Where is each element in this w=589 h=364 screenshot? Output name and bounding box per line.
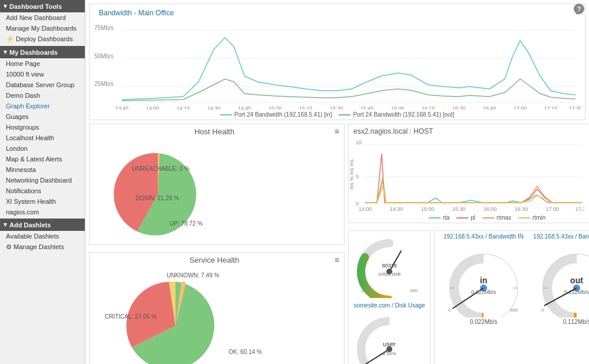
bw-in-value: 0.022Mb/s: [439, 319, 528, 325]
manage-dashlets-link[interactable]: ⚙ Manage Dashlets: [0, 241, 85, 253]
svg-text:14:15: 14:15: [177, 105, 190, 110]
esx-chart-wrapper: ms % ms ms 10 5 0 14:00: [349, 136, 589, 213]
legend-rtmin-line: [518, 217, 530, 219]
legend-pl: pl: [456, 214, 475, 221]
bandwidth-legend: Port 24 Bandwidth (192.168.5.41) [in] Po…: [90, 110, 585, 120]
bandwidth-panel: Bandwidth - Main Office ≡ 75Mb/s 50Mb/s …: [89, 4, 585, 120]
localhost-health-link[interactable]: Localhost Health: [0, 133, 85, 143]
svg-text:0: 0: [541, 307, 544, 313]
svg-text:2.54%: 2.54%: [383, 351, 396, 356]
service-health-content: UNKNOWN: 7.49 % CRITICAL: 27.05 % WARNIN…: [90, 264, 344, 364]
legend-rta-line: [429, 217, 441, 219]
manage-my-dashboards-link[interactable]: Manage My Dashboards: [0, 23, 85, 34]
svg-text:UNREACHABLE: 0 %: UNREACHABLE: 0 %: [132, 166, 190, 172]
svg-text:OK: 60.14 %: OK: 60.14 %: [229, 349, 262, 355]
gauges-row: 80318 106621MB 0 880 somesite.com / Disk…: [348, 230, 589, 364]
svg-text:15:00: 15:00: [421, 206, 435, 212]
legend-rta: rta: [429, 214, 450, 221]
svg-text:UP: 78.72 %: UP: 78.72 %: [170, 220, 203, 227]
dashboard-tools-section: Add New Dashboard Manage My Dashboards ⚡…: [0, 12, 85, 45]
add-dashlets-header[interactable]: ▾ Add Dashlets: [0, 219, 85, 231]
svg-text:CRITICAL: 27.05 %: CRITICAL: 27.05 %: [105, 313, 157, 320]
svg-text:17:15: 17:15: [544, 105, 558, 110]
minnesota-link[interactable]: Minnesota: [0, 164, 85, 175]
home-page-link[interactable]: Home Page: [0, 58, 85, 69]
legend-rtmax: rtmax: [482, 214, 511, 221]
london-link[interactable]: London: [0, 143, 85, 154]
svg-text:DOWN: 21.28 %: DOWN: 21.28 %: [135, 195, 179, 201]
add-dashlets-section: Available Dashlets ⚙ Manage Dashlets: [0, 231, 85, 253]
notifications-link[interactable]: Notifications: [0, 186, 85, 196]
svg-text:16:30: 16:30: [515, 206, 528, 212]
svg-text:75Mb/s: 75Mb/s: [94, 25, 114, 31]
svg-text:0.112Mb/s: 0.112Mb/s: [564, 289, 589, 295]
lower-grid: Host Health ≡: [89, 124, 585, 364]
add-new-dashboard-link[interactable]: Add New Dashboard: [0, 12, 85, 23]
networking-link[interactable]: Networking Dashboard: [0, 175, 85, 186]
svg-text:80318: 80318: [382, 263, 396, 269]
sidebar: ▾ Dashboard Tools Add New Dashboard Mana…: [0, 0, 85, 364]
svg-text:14:45: 14:45: [238, 105, 252, 110]
database-server-link[interactable]: Database Server Group: [0, 80, 85, 90]
bw-in-title: 192.168.5.43xx / Bandwidth IN: [439, 233, 528, 240]
host-health-menu[interactable]: ≡: [335, 127, 339, 136]
bw-out-value: 0.112Mb/s: [532, 319, 589, 325]
svg-text:15:15: 15:15: [299, 105, 313, 110]
dashboard-tools-header[interactable]: ▾ Dashboard Tools: [0, 0, 85, 12]
disk-link[interactable]: somesite.com / Disk Usage: [349, 302, 430, 309]
nagios-com-link[interactable]: nagios.com: [0, 207, 85, 217]
graph-explorer-link[interactable]: Graph Explorer: [0, 101, 85, 111]
legend-rtmin: rtmin: [518, 214, 545, 221]
svg-text:15:00: 15:00: [269, 105, 282, 110]
somesite-panel: 80318 106621MB 0 880 somesite.com / Disk…: [348, 230, 431, 364]
esx-chart: 10 5 0 14:00 14:30 15:00: [355, 136, 584, 213]
host-health-pie: UNREACHABLE: 0 % DOWN: 21.28 % UP: 78.72…: [99, 138, 217, 239]
svg-text:880: 880: [410, 288, 418, 293]
service-health-panel: Service Health ≡: [89, 252, 345, 364]
svg-text:17:30: 17:30: [575, 206, 584, 212]
svg-text:16:30: 16:30: [452, 105, 466, 110]
svg-text:15:30: 15:30: [452, 206, 466, 212]
svg-text:0: 0: [362, 288, 365, 293]
svg-text:0.022Mb/s: 0.022Mb/s: [471, 289, 497, 295]
svg-text:14:30: 14:30: [390, 206, 403, 212]
deploy-dashboards-link[interactable]: ⚡ Deploy Dashboards: [0, 34, 85, 45]
svg-text:16:45: 16:45: [483, 105, 497, 110]
legend-out: Port 24 Bandwidth (192.168.5.41) [out]: [339, 111, 454, 118]
bw-out-gauge: 0 880 out 0.112Mb/s: [532, 241, 589, 317]
10000ft-link[interactable]: 10000 ft view: [0, 69, 85, 80]
host-health-content: UNREACHABLE: 0 % DOWN: 21.28 % UP: 78.72…: [90, 136, 344, 244]
service-health-menu[interactable]: ≡: [335, 255, 339, 264]
svg-text:5: 5: [356, 174, 359, 180]
demo-dash-link[interactable]: Demo Dash: [0, 90, 85, 101]
svg-text:15:45: 15:45: [360, 105, 374, 110]
bw-out-title: 192.168.5.43xx / Bandwidth OUT: [532, 233, 589, 240]
my-dashboards-header[interactable]: ▾ My Dashboards: [0, 46, 85, 58]
map-alerts-link[interactable]: Map & Latest Alerts: [0, 154, 85, 164]
available-dashlets-link[interactable]: Available Dashlets: [0, 231, 85, 241]
arrow-down-icon2: ▾: [4, 48, 7, 56]
bandwidth-title: Bandwidth - Main Office: [94, 6, 178, 18]
legend-rtmax-line: [482, 217, 494, 219]
disk-gauge: 80318 106621MB 0 880: [351, 233, 428, 298]
svg-text:106621MB: 106621MB: [378, 272, 401, 277]
bw-in-gauge: 0 880 in 0.022Mb/s: [439, 241, 528, 317]
help-icon[interactable]: ?: [574, 4, 584, 14]
svg-text:out: out: [570, 276, 583, 285]
cpu-gauge-container: user 2.54% 0 100: [349, 309, 430, 364]
svg-text:880: 880: [510, 307, 518, 313]
arrow-down-icon3: ▾: [4, 221, 7, 229]
legend-in: Port 24 Bandwidth (192.168.5.41) [in]: [220, 111, 332, 118]
bandwidth-gauges-panel: 192.168.5.43xx / Bandwidth IN: [434, 230, 589, 364]
svg-text:16:00: 16:00: [484, 206, 497, 212]
xi-health-link[interactable]: XI System Health: [0, 196, 85, 207]
svg-text:17:00: 17:00: [546, 206, 560, 212]
hostgroups-link[interactable]: Hostgroups: [0, 122, 85, 133]
guages-link[interactable]: Guages: [0, 111, 85, 122]
svg-text:in: in: [480, 276, 487, 285]
arrow-down-icon: ▾: [4, 2, 7, 10]
bw-out-container: 192.168.5.43xx / Bandwidth OUT 0 880 out: [532, 233, 589, 325]
svg-text:0: 0: [448, 307, 451, 313]
legend-out-line: [339, 114, 350, 115]
bw-gauge-row: 192.168.5.43xx / Bandwidth IN: [435, 231, 589, 327]
